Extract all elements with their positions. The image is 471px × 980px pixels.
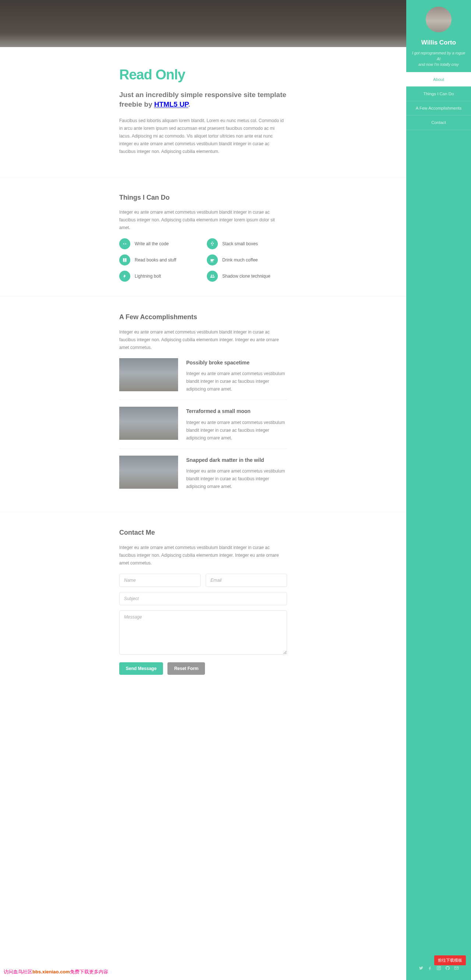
- contact-section: Contact Me Integer eu ante ornare amet c…: [0, 512, 406, 689]
- accomplishment-heading: Possibly broke spacetime: [186, 358, 287, 368]
- svg-point-2: [439, 967, 440, 967]
- twitter-icon[interactable]: [419, 966, 423, 972]
- accomplishments-intro: Integer eu ante ornare amet commetus ves…: [119, 328, 287, 352]
- facebook-icon[interactable]: [428, 966, 433, 972]
- html5up-link[interactable]: HTML5 UP: [154, 100, 188, 108]
- banner-image: [0, 0, 406, 47]
- feature-item: Read books and stuff: [119, 255, 200, 266]
- feature-item: Shadow clone technique: [207, 270, 287, 282]
- feature-item: Drink much coffee: [207, 255, 287, 266]
- contact-form: Send Message Reset Form: [119, 574, 287, 675]
- feature-list: Write all the code Stack small boxes Rea…: [119, 238, 287, 282]
- nav-about[interactable]: About: [406, 72, 471, 86]
- svg-point-1: [438, 967, 439, 969]
- page-subtitle: Just an incredibly simple responsive sit…: [119, 90, 287, 110]
- things-title: Things I Can Do: [119, 192, 287, 204]
- about-section: Read Only Just an incredibly simple resp…: [0, 47, 406, 177]
- feature-item: Stack small boxes: [207, 238, 287, 249]
- download-template-button[interactable]: 前往下载模板: [434, 955, 466, 965]
- feature-item: Lightning bolt: [119, 270, 200, 282]
- book-icon: [119, 255, 130, 266]
- nav-things[interactable]: Things I Can Do: [406, 86, 471, 101]
- things-intro: Integer eu ante ornare amet commetus ves…: [119, 208, 287, 232]
- accomplishment-image[interactable]: [119, 358, 178, 391]
- bolt-icon: [119, 270, 130, 282]
- bottom-promo-link[interactable]: 访问血鸟社区bbs.xieniao.com免费下载更多内容: [4, 968, 108, 976]
- send-button[interactable]: Send Message: [119, 662, 163, 675]
- cubes-icon: [207, 238, 218, 249]
- nav-contact[interactable]: Contact: [406, 115, 471, 130]
- sidebar: Willis Corto I got reprogrammed by a rog…: [406, 0, 471, 980]
- accomplishments-section: A Few Accomplishments Integer eu ante or…: [0, 296, 406, 512]
- coffee-icon: [207, 255, 218, 266]
- accomplishment-item: Possibly broke spacetime Integer eu ante…: [119, 358, 287, 400]
- reset-button[interactable]: Reset Form: [168, 662, 205, 675]
- about-body: Faucibus sed lobortis aliquam lorem blan…: [119, 117, 287, 156]
- users-icon: [207, 270, 218, 282]
- sidebar-nav: About Things I Can Do A Few Accomplishme…: [406, 72, 471, 130]
- message-field[interactable]: [119, 611, 287, 655]
- accomplishment-heading: Snapped dark matter in the wild: [186, 456, 287, 465]
- accomplishments-title: A Few Accomplishments: [119, 312, 287, 323]
- subject-field[interactable]: [119, 592, 287, 605]
- page-title: Read Only: [119, 62, 287, 87]
- name-field[interactable]: [119, 574, 201, 587]
- accomplishment-image[interactable]: [119, 456, 178, 489]
- accomplishment-image[interactable]: [119, 407, 178, 440]
- github-icon[interactable]: [445, 966, 450, 972]
- profile-tagline: I got reprogrammed by a rogue AI and now…: [411, 50, 466, 68]
- things-section: Things I Can Do Integer eu ante ornare a…: [0, 177, 406, 297]
- contact-title: Contact Me: [119, 527, 287, 539]
- avatar[interactable]: [426, 6, 452, 32]
- accomplishment-item: Terraformed a small moon Integer eu ante…: [119, 400, 287, 449]
- envelope-icon[interactable]: [454, 966, 459, 972]
- accomplishment-heading: Terraformed a small moon: [186, 407, 287, 416]
- profile-name: Willis Corto: [411, 37, 466, 48]
- accomplishment-item: Snapped dark matter in the wild Integer …: [119, 449, 287, 498]
- feature-item: Write all the code: [119, 238, 200, 249]
- email-field[interactable]: [206, 574, 287, 587]
- code-icon: [119, 238, 130, 249]
- contact-intro: Integer eu ante ornare amet commetus ves…: [119, 544, 287, 567]
- nav-accomplishments[interactable]: A Few Accomplishments: [406, 101, 471, 115]
- instagram-icon[interactable]: [436, 966, 441, 972]
